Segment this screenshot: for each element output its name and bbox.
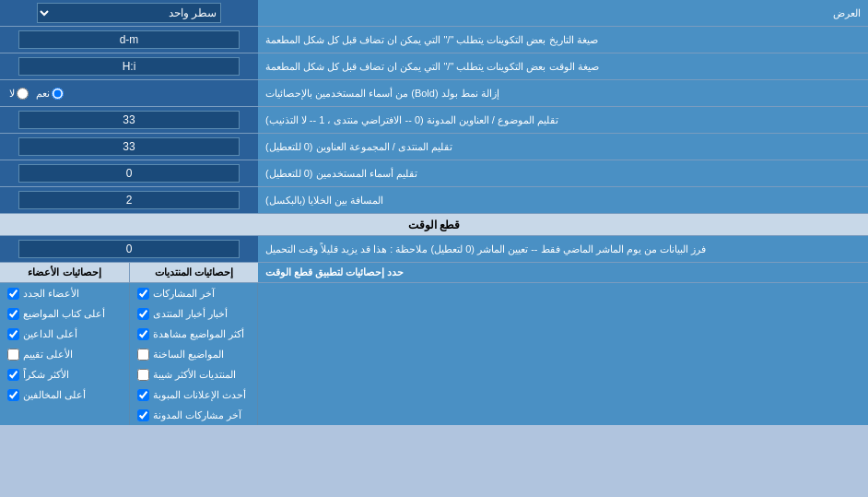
time-format-label: صيغة الوقت بعض التكوينات يتطلب "/" التي … [258,53,868,79]
date-format-row: صيغة التاريخ بعض التكوينات يتطلب "/" الت… [0,27,868,53]
latest-classified-checkbox[interactable] [137,389,149,401]
usernames-input-container [0,160,258,186]
radio-yes[interactable] [52,88,64,100]
top-topic-writers-checkbox[interactable] [7,308,19,320]
cutoff-label: فرز البيانات من يوم الماشر الماضي فقط --… [258,236,868,262]
top-rated-checkbox[interactable] [7,349,19,361]
checkbox-item: آخر مشاركات المدونة [130,405,257,425]
bold-radio-row: إزالة نمط بولد (Bold) من أسماء المستخدمي… [0,80,868,107]
cell-spacing-input-container [0,187,258,213]
most-thanked-checkbox[interactable] [7,369,19,381]
cutoff-section-header: قطع الوقت [0,214,868,236]
blog-posts-checkbox[interactable] [137,409,149,421]
cell-spacing-input[interactable] [18,191,240,209]
new-members-checkbox[interactable] [7,288,19,300]
checkbox-item: الأعضاء الجدد [0,283,129,303]
cell-spacing-row: المسافة بين الخلايا (بالبكسل) [0,187,868,214]
cutoff-row: فرز البيانات من يوم الماشر الماضي فقط --… [0,236,868,263]
last-posts-checkbox[interactable] [137,288,149,300]
checkbox-section-header: حدد إحصائيات لتطبيق قطع الوقت إحصائيات ا… [0,263,868,283]
bold-radio-inputs: نعم لا [0,80,258,106]
checkbox-left-space [258,283,868,425]
hot-topics-checkbox[interactable] [137,349,149,361]
checkbox-item: آخر المشاركات [130,283,257,303]
checkbox-item: أعلى الداعين [0,324,129,344]
time-format-input[interactable] [18,57,240,76]
topics-per-forum-label: تقليم الموضوع / العناوين المدونة (0 -- ا… [258,107,868,133]
forum-group-input[interactable] [18,137,240,156]
checkbox-item: أحدث الإعلانات المبوبة [130,385,257,405]
checkbox-item: الأعلى تقييم [0,344,129,364]
cutoff-input[interactable] [18,240,240,258]
radio-no[interactable] [17,88,29,100]
cutoff-input-container [0,236,258,262]
radio-no-label: لا [9,88,29,100]
most-viewed-checkbox[interactable] [137,328,149,340]
date-format-label: صيغة التاريخ بعض التكوينات يتطلب "/" الت… [258,27,868,53]
col2-header: إحصائيات المنتديات [129,263,258,282]
checkbox-item: أعلى المخالفين [0,385,129,405]
radio-yes-label: نعم [36,88,64,100]
forum-news-checkbox[interactable] [137,308,149,320]
checkbox-body: آخر المشاركات أخبار أخبار المنتدى أكثر ا… [0,283,868,425]
top-inviters-checkbox[interactable] [7,328,19,340]
checkbox-item: المنتديات الأكثر شيبة [130,364,257,385]
usernames-input[interactable] [18,164,240,183]
top-row-select-container: سطر واحد سطران ثلاثة أسطر [0,0,258,26]
topics-per-forum-input-container [0,107,258,133]
checkbox-section-label: حدد إحصائيات لتطبيق قطع الوقت [258,263,868,282]
time-format-input-container [0,53,258,79]
top-row: العرض سطر واحد سطران ثلاثة أسطر [0,0,868,27]
checkbox-item: أكثر المواضيع مشاهدة [130,324,257,344]
usernames-label: تقليم أسماء المستخدمين (0 للتعطيل) [258,160,868,186]
usernames-row: تقليم أسماء المستخدمين (0 للتعطيل) [0,160,868,187]
forum-group-label: تقليم المنتدى / المجموعة العناوين (0 للت… [258,134,868,160]
display-select[interactable]: سطر واحد سطران ثلاثة أسطر [37,3,221,23]
date-format-input[interactable] [18,30,240,49]
forum-group-row: تقليم المنتدى / المجموعة العناوين (0 للت… [0,134,868,160]
time-format-row: صيغة الوقت بعض التكوينات يتطلب "/" التي … [0,53,868,80]
checkbox-item: أخبار أخبار المنتدى [130,303,257,324]
topics-per-forum-input[interactable] [18,111,240,129]
top-row-label: العرض [258,4,868,23]
bold-radio-label: إزالة نمط بولد (Bold) من أسماء المستخدمي… [258,80,868,106]
most-forums-checkbox[interactable] [137,369,149,381]
date-format-input-container [0,27,258,53]
checkbox-item: أعلى كتاب المواضيع [0,303,129,324]
forum-group-input-container [0,134,258,160]
topics-per-forum-row: تقليم الموضوع / العناوين المدونة (0 -- ا… [0,107,868,134]
top-violators-checkbox[interactable] [7,389,19,401]
checkbox-item: الأكثر شكراً [0,364,129,385]
cell-spacing-label: المسافة بين الخلايا (بالبكسل) [258,187,868,213]
checkbox-item: المواضيع الساخنة [130,344,257,364]
col1-header: إحصائيات الأعضاء [0,263,129,282]
member-stats-col: الأعضاء الجدد أعلى كتاب المواضيع أعلى ال… [0,283,129,425]
forum-stats-col: آخر المشاركات أخبار أخبار المنتدى أكثر ا… [129,283,258,425]
